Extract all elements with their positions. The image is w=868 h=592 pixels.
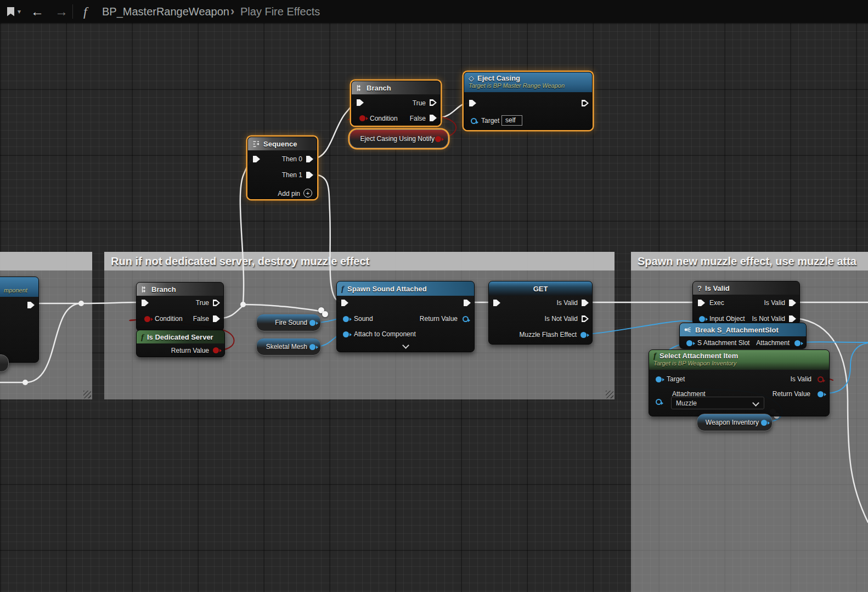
condition-pin[interactable]: [359, 115, 365, 121]
exec-out-false-pin[interactable]: [430, 115, 437, 121]
exec-out-then0-pin[interactable]: [306, 156, 313, 162]
exec-out-pin[interactable]: [464, 300, 471, 306]
return-value-pin[interactable]: [818, 391, 824, 397]
exec-in-pin[interactable]: [493, 300, 500, 306]
exec-in-pin[interactable]: [341, 300, 348, 306]
pin-label-isnotvalid: Is Not Valid: [752, 315, 785, 323]
pin-label-attach: Attach to Component: [354, 330, 416, 338]
node-subtitle: mponent: [0, 287, 34, 294]
back-button[interactable]: ←: [31, 0, 44, 23]
exec-in-pin[interactable]: [469, 100, 476, 106]
node-eject-casing-using-notify[interactable]: Eject Casing Using Notify: [350, 129, 448, 148]
node-eject-casing[interactable]: ◇ Eject Casing Target is BP Master Range…: [464, 72, 593, 130]
exec-out-true-pin[interactable]: [213, 300, 220, 306]
pin-label-then0: Then 0: [282, 155, 302, 163]
exec-out-true-pin[interactable]: [430, 99, 437, 106]
node-select-attachment-item[interactable]: f Select Attachment Item Target is BP We…: [649, 349, 830, 416]
exec-in-pin[interactable]: [142, 300, 149, 306]
toolbar-divider: [72, 4, 73, 19]
node-title: Is Dedicated Server: [147, 333, 213, 341]
slot-in-pin[interactable]: [686, 340, 692, 346]
pin-label-true: True: [196, 299, 209, 307]
node-get-muzzle-flash[interactable]: GET Is Valid Is Not Valid Muzzle Flash E…: [488, 281, 593, 345]
function-icon: f: [141, 333, 144, 341]
exec-in-pin[interactable]: [253, 156, 260, 162]
question-icon: ?: [697, 284, 702, 292]
sound-pin[interactable]: [343, 316, 349, 322]
is-valid-out-pin[interactable]: [818, 376, 824, 382]
object-out-pin[interactable]: [309, 320, 315, 326]
exec-out-isnotvalid-pin[interactable]: [789, 315, 796, 322]
condition-pin[interactable]: [144, 316, 150, 322]
node-partial-left[interactable]: mponent: [0, 277, 39, 363]
combo-chevron-icon: [752, 399, 759, 407]
node-title: GET: [533, 285, 548, 293]
bool-out-pin[interactable]: [435, 136, 441, 142]
pin-label-target: Target: [667, 375, 685, 383]
combo-value: Muzzle: [676, 399, 697, 407]
breadcrumb-toolbar: ▾ ← → f BP_MasterRangeWeapon › Play Fire…: [0, 0, 868, 23]
breadcrumb-chevron-icon: ›: [230, 0, 234, 23]
node-header: f Is Dedicated Server: [137, 330, 224, 343]
input-object-pin[interactable]: [699, 316, 705, 322]
node-branch-top[interactable]: Branch True Condition False: [351, 81, 441, 126]
exec-in-pin[interactable]: [357, 99, 364, 106]
exec-out-isnotvalid-pin[interactable]: [582, 315, 589, 322]
attachment-out-pin[interactable]: [794, 340, 801, 346]
breadcrumb-blueprint[interactable]: BP_MasterRangeWeapon: [102, 0, 229, 23]
exec-out-then1-pin[interactable]: [306, 172, 313, 178]
node-title: Spawn Sound Attached: [347, 285, 427, 293]
pin-label-condition: Condition: [155, 315, 183, 323]
pin-label-attachment: Attachment: [756, 339, 790, 347]
target-pin[interactable]: [471, 118, 477, 124]
expand-chevron-icon[interactable]: [402, 342, 409, 349]
variable-label: Weapon Inventory: [697, 414, 759, 431]
return-value-pin[interactable]: [213, 347, 219, 353]
exec-out-isvalid-pin[interactable]: [582, 300, 589, 306]
bookmark-button[interactable]: [7, 0, 14, 23]
node-title: Select Attachment Item: [660, 352, 738, 360]
node-title: Break S_AttachmentSlot: [695, 326, 779, 334]
node-header: Break S_AttachmentSlot: [680, 323, 806, 336]
node-weapon-inventory[interactable]: Weapon Inventory: [697, 414, 773, 431]
node-header: Branch: [137, 283, 223, 296]
bookmark-dropdown-button[interactable]: ▾: [18, 0, 21, 23]
node-branch-lower[interactable]: Branch True Condition False: [136, 282, 224, 331]
attachment-combo[interactable]: Muzzle: [671, 397, 764, 409]
variable-label: Fire Sound: [257, 314, 307, 331]
node-header: f Spawn Sound Attached: [337, 281, 474, 296]
add-pin-button[interactable]: +: [303, 189, 312, 198]
node-skeletal-mesh[interactable]: Skeletal Mesh: [256, 338, 321, 356]
object-out-pin[interactable]: [761, 420, 767, 426]
attach-to-component-pin[interactable]: [343, 331, 349, 337]
node-is-dedicated-server[interactable]: f Is Dedicated Server Return Value: [136, 330, 225, 357]
pin-label-true: True: [413, 99, 426, 107]
object-out-pin[interactable]: [309, 344, 315, 350]
exec-out-pin[interactable]: [27, 302, 35, 308]
node-spawn-sound-attached[interactable]: f Spawn Sound Attached Sound Return Valu…: [336, 281, 475, 352]
node-is-valid[interactable]: ? Is Valid Exec Is Valid Input Object Is…: [692, 281, 800, 325]
exec-in-pin[interactable]: [698, 300, 705, 306]
return-value-pin[interactable]: [463, 316, 469, 322]
node-title: Branch: [151, 285, 176, 294]
node-title: Is Valid: [705, 284, 730, 292]
node-sequence[interactable]: Sequence Then 0 Then 1 Add pin +: [247, 137, 317, 199]
event-icon: ◇: [469, 74, 474, 82]
exec-out-pin[interactable]: [582, 100, 589, 106]
pin-label-isvalid: Is Valid: [791, 375, 811, 383]
pin-label-then1: Then 1: [282, 171, 302, 179]
attachment-enum-pin[interactable]: [656, 399, 662, 405]
node-fire-sound[interactable]: Fire Sound: [256, 314, 321, 331]
sequence-icon: [252, 140, 260, 148]
muzzle-flash-effect-pin[interactable]: [580, 332, 587, 338]
target-pin[interactable]: [656, 376, 662, 382]
add-pin-label: Add pin: [278, 190, 300, 198]
exec-out-false-pin[interactable]: [213, 315, 220, 322]
forward-button[interactable]: →: [55, 0, 68, 23]
breadcrumb-function[interactable]: Play Fire Effects: [240, 0, 320, 23]
pin-label-slot: S Attachment Slot: [697, 339, 749, 347]
node-break-attachment-slot[interactable]: Break S_AttachmentSlot S Attachment Slot…: [679, 323, 807, 349]
pin-label-isnotvalid: Is Not Valid: [545, 315, 578, 323]
exec-out-isvalid-pin[interactable]: [789, 300, 796, 306]
target-self-input[interactable]: self: [501, 115, 522, 126]
